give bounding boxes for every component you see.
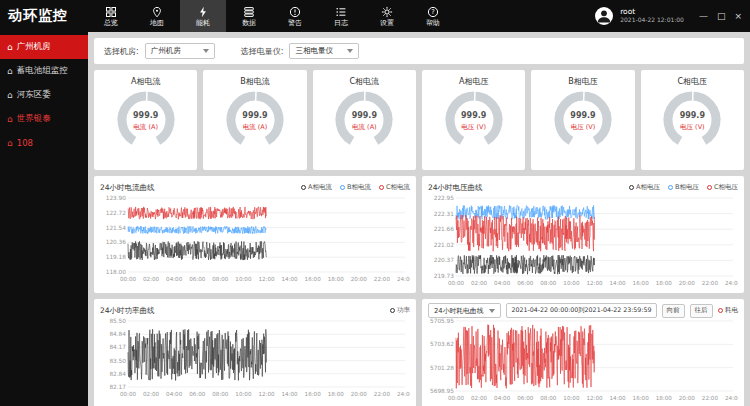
gauge-title: A相电压 — [459, 76, 488, 87]
svg-text:02:00: 02:00 — [471, 280, 488, 286]
nav-label: 数据 — [242, 19, 256, 27]
gauge-unit: 电压 (V) — [546, 123, 620, 132]
gauge-dial: 999.9 电流 (A) — [327, 90, 401, 152]
legend-item[interactable]: 功率 — [390, 306, 410, 315]
meter-select-label: 选择电量仪: — [241, 46, 284, 57]
svg-text:14:00: 14:00 — [282, 391, 299, 397]
chart-legend: A相电压 B相电压 C相电压 — [629, 183, 738, 192]
forward-button[interactable]: 向前 — [662, 304, 685, 318]
svg-text:04:00: 04:00 — [494, 280, 511, 286]
sidebar-item-battery-monitor[interactable]: ⌂ 蓄电池组监控 — [0, 59, 88, 83]
svg-text:119.18: 119.18 — [106, 254, 127, 260]
gauge-dial: 999.9 电压 (V) — [655, 90, 729, 152]
svg-text:10:00: 10:00 — [563, 280, 580, 286]
svg-text:22:00: 22:00 — [702, 395, 719, 401]
legend-item[interactable]: 耗电 — [718, 306, 738, 315]
nav-item-alert[interactable]: 警告 — [272, 0, 318, 32]
nav-item-map[interactable]: 地图 — [134, 0, 180, 32]
main-content: 选择机房: 广州机房 选择电量仪: 三相电量仪 A相电流 999.9 — [88, 32, 750, 406]
svg-text:10:00: 10:00 — [235, 276, 252, 282]
chart-header: 24小时功率曲线 功率 — [100, 303, 410, 318]
sidebar-item-guangzhou-room[interactable]: ⌂ 广州机房 — [0, 35, 88, 59]
chart-legend: 耗电 — [718, 306, 738, 315]
legend-item[interactable]: A相电压 — [629, 183, 660, 192]
room-select[interactable]: 广州机房 — [145, 43, 215, 59]
svg-text:5705.95: 5705.95 — [430, 318, 454, 324]
sidebar-item-hedong[interactable]: ⌂ 河东区委 — [0, 83, 88, 107]
sidebar-item-label: 蓄电池组监控 — [17, 65, 68, 77]
svg-text:02:00: 02:00 — [471, 395, 488, 401]
svg-text:12:00: 12:00 — [586, 395, 603, 401]
gauge-card-phase-c-voltage: C相电压 999.9 电压 (V) — [641, 70, 744, 170]
body: ⌂ 广州机房 ⌂ 蓄电池组监控 ⌂ 河东区委 ⌂ 世界银泰 ⌂ 108 — [0, 32, 750, 406]
legend-item[interactable]: C相电压 — [707, 183, 738, 192]
alert-info-icon — [289, 6, 301, 18]
nav-item-data[interactable]: 数据 — [226, 0, 272, 32]
room-select-label: 选择机房: — [104, 46, 139, 57]
nav-item-help[interactable]: ? 帮助 — [410, 0, 456, 32]
curve-type-select[interactable]: 24小时耗电曲线 — [428, 303, 501, 318]
svg-text:06:00: 06:00 — [189, 391, 206, 397]
building-icon: ⌂ — [7, 67, 13, 76]
window-controls: — □ × — [699, 11, 742, 21]
nav-label: 设置 — [380, 19, 394, 27]
nav-item-overview[interactable]: 总览 — [88, 0, 134, 32]
svg-text:219.73: 219.73 — [434, 273, 455, 279]
gauge-card-phase-b-voltage: B相电压 999.9 电压 (V) — [531, 70, 634, 170]
gauge-title: B相电压 — [568, 76, 598, 87]
svg-text:04:00: 04:00 — [494, 395, 511, 401]
svg-text:16:00: 16:00 — [633, 280, 650, 286]
backward-button[interactable]: 往后 — [690, 304, 713, 318]
legend-marker — [379, 185, 384, 190]
close-button[interactable]: × — [734, 11, 742, 21]
legend-item[interactable]: B相电流 — [340, 183, 371, 192]
meter-select[interactable]: 三相电量仪 — [289, 43, 359, 59]
svg-text:84.84: 84.84 — [109, 331, 126, 337]
legend-label: 耗电 — [725, 306, 738, 315]
room-select-value: 广州机房 — [151, 46, 181, 56]
user-avatar[interactable] — [595, 7, 613, 25]
svg-text:06:00: 06:00 — [189, 276, 206, 282]
svg-text:24:00: 24:00 — [397, 276, 410, 282]
building-icon: ⌂ — [7, 43, 13, 52]
legend-label: C相电压 — [714, 183, 738, 192]
svg-text:24:00: 24:00 — [397, 391, 410, 397]
svg-text:5698.95: 5698.95 — [430, 388, 454, 394]
svg-text:02:00: 02:00 — [143, 391, 160, 397]
chart-card-power-24h: 24小时功率曲线 功率 85.5084.8484.1783.5082.8482.… — [94, 299, 416, 406]
legend-item[interactable]: C相电流 — [379, 183, 410, 192]
meter-select-value: 三相电量仪 — [295, 46, 333, 56]
nav-item-settings[interactable]: 设置 — [364, 0, 410, 32]
gauge-dial: 999.9 电流 (A) — [218, 90, 292, 152]
topbar: 动环监控 总览 地图 能耗 — [0, 0, 750, 32]
log-list-icon — [335, 6, 347, 18]
svg-text:14:00: 14:00 — [610, 280, 627, 286]
legend-label: 功率 — [397, 306, 410, 315]
svg-text:02:00: 02:00 — [143, 276, 160, 282]
current-timestamp: 2021-04-22 12:01:00 — [620, 16, 684, 24]
nav-item-log[interactable]: 日志 — [318, 0, 364, 32]
minimize-button[interactable]: — — [699, 11, 708, 21]
legend-item[interactable]: B相电压 — [668, 183, 699, 192]
sidebar-item-label: 广州机房 — [17, 41, 51, 53]
legend-item[interactable]: A相电流 — [301, 183, 332, 192]
chevron-down-icon — [347, 49, 353, 53]
building-icon: ⌂ — [7, 91, 13, 100]
chart-card-current-24h: 24小时电流曲线 A相电流 B相电流 C相电流 123.90122.72121.… — [94, 176, 416, 293]
chevron-down-icon — [203, 49, 209, 53]
svg-text:16:00: 16:00 — [305, 391, 322, 397]
energy-bolt-icon — [197, 6, 209, 18]
sidebar-item-yintai[interactable]: ⌂ 世界银泰 — [0, 107, 88, 131]
svg-text:24:00: 24:00 — [725, 280, 738, 286]
svg-text:06:00: 06:00 — [517, 280, 534, 286]
svg-text:20:00: 20:00 — [679, 395, 696, 401]
svg-text:22:00: 22:00 — [702, 280, 719, 286]
nav-item-energy[interactable]: 能耗 — [180, 0, 226, 32]
sidebar: ⌂ 广州机房 ⌂ 蓄电池组监控 ⌂ 河东区委 ⌂ 世界银泰 ⌂ 108 — [0, 32, 88, 406]
date-range-input[interactable]: 2021-04-22 00:00:00到2021-04-22 23:59:59 — [506, 303, 656, 318]
sidebar-item-108[interactable]: ⌂ 108 — [0, 131, 88, 155]
gauge-card-phase-a-voltage: A相电压 999.9 电压 (V) — [422, 70, 525, 170]
chart-title: 24小时电流曲线 — [100, 183, 155, 193]
chart-header: 24小时电流曲线 A相电流 B相电流 C相电流 — [100, 180, 410, 195]
maximize-button[interactable]: □ — [717, 11, 726, 21]
